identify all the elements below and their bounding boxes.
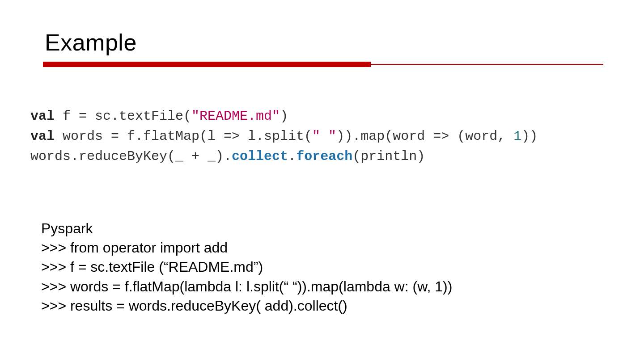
scala-string-literal: " " [312, 129, 336, 144]
scala-keyword-val: val [30, 129, 55, 144]
pyspark-line-1: >>> from operator import add [41, 238, 452, 257]
pyspark-line-2: >>> f = sc.textFile (“README.md”) [41, 257, 452, 277]
title-rule-thin [371, 64, 603, 65]
pyspark-code-block: Pyspark >>> from operator import add >>>… [41, 219, 452, 316]
code-text: )).map(word => (word, [336, 129, 513, 144]
scala-line-3: words.reduceByKey(_ + _).collect.foreach… [30, 149, 425, 164]
code-text: (println) [352, 149, 425, 164]
scala-line-1: val f = sc.textFile("README.md") [30, 109, 288, 124]
scala-method-foreach: foreach [296, 149, 352, 164]
title-rule-thick [43, 62, 371, 67]
pyspark-heading: Pyspark [41, 219, 452, 238]
code-text: words.reduceByKey(_ + _). [30, 149, 232, 164]
scala-keyword-val: val [30, 109, 55, 124]
slide-example: Example val f = sc.textFile("README.md")… [0, 0, 644, 362]
slide-title: Example [45, 29, 137, 56]
scala-string-literal: "README.md" [191, 109, 280, 124]
scala-line-2: val words = f.flatMap(l => l.split(" "))… [30, 129, 538, 144]
code-text: words = f.flatMap(l => l.split( [55, 129, 312, 144]
scala-number-literal: 1 [513, 129, 521, 144]
pyspark-line-3: >>> words = f.flatMap(lambda l: l.split(… [41, 277, 452, 296]
code-text: )) [521, 129, 538, 144]
scala-method-collect: collect [232, 149, 288, 164]
pyspark-line-4: >>> results = words.reduceByKey( add).co… [41, 296, 452, 316]
code-text: ) [280, 109, 288, 124]
code-text: . [288, 149, 296, 164]
code-text: f = sc.textFile( [55, 109, 191, 124]
scala-code-block: val f = sc.textFile("README.md") val wor… [30, 106, 538, 167]
